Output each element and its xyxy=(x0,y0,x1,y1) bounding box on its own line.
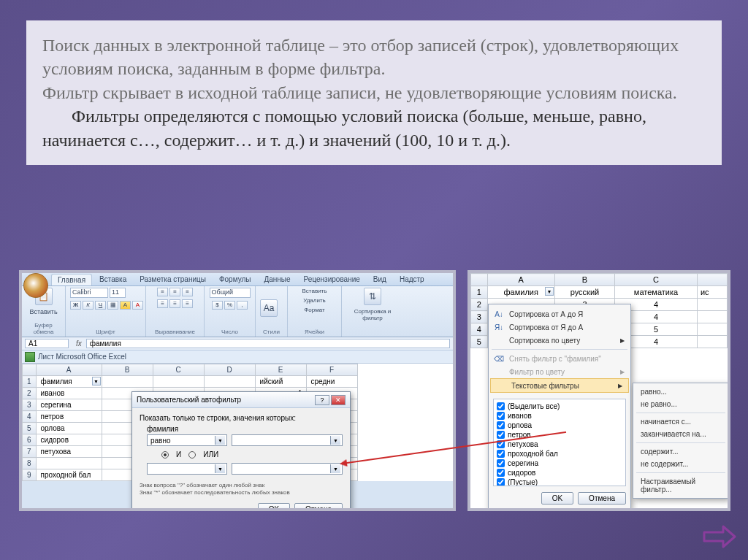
row-1[interactable]: 1 xyxy=(23,376,37,388)
help-button[interactable]: ? xyxy=(315,395,329,405)
value2-combo[interactable]: ▼ xyxy=(232,463,343,475)
filter-begins-with[interactable]: начинается с... xyxy=(633,415,728,428)
header-russian[interactable]: русский xyxy=(554,286,614,299)
styles-icon[interactable]: Aa xyxy=(260,299,278,317)
filter-ends-with[interactable]: заканчивается на... xyxy=(633,428,728,440)
col-C[interactable]: C xyxy=(153,364,204,376)
filter-custom[interactable]: Настраиваемый фильтр... xyxy=(633,475,728,496)
sort-za[interactable]: Я↓Сортировка от Я до А xyxy=(489,321,630,334)
tab-insert[interactable]: Вставка xyxy=(94,274,132,285)
ok-button[interactable]: OK xyxy=(541,492,573,505)
tab-data[interactable]: Данные xyxy=(258,274,296,285)
value-combo[interactable]: ▼ xyxy=(232,434,343,446)
tab-formulas[interactable]: Формулы xyxy=(213,274,257,285)
tab-review[interactable]: Рецензирование xyxy=(298,274,366,285)
cancel-button[interactable]: Отмена xyxy=(578,492,626,505)
align-bot-button[interactable]: ≡ xyxy=(182,288,193,296)
group-clipboard: Буфер обмена xyxy=(26,322,61,335)
align-left-button[interactable]: ≡ xyxy=(157,299,168,308)
col-D[interactable]: D xyxy=(204,364,255,376)
currency-button[interactable]: $ xyxy=(212,301,223,310)
group-styles: Стили xyxy=(260,329,283,335)
text-filters[interactable]: Текстовые фильтры▶ xyxy=(490,378,629,393)
filter-contains[interactable]: содержит... xyxy=(633,445,728,458)
sort-az[interactable]: A↓Сортировка от А до Я xyxy=(489,307,630,321)
col-D[interactable] xyxy=(697,274,727,286)
dialog-hint: Показать только те строки, значения кото… xyxy=(140,414,343,422)
cell[interactable]: иванов xyxy=(36,388,102,399)
office-button[interactable] xyxy=(23,273,48,298)
border-button[interactable]: ▦ xyxy=(107,301,118,310)
radio-or[interactable] xyxy=(188,451,196,459)
italic-button[interactable]: К xyxy=(83,301,94,310)
align-mid-button[interactable]: ≡ xyxy=(169,288,180,296)
sort-za-icon: Я↓ xyxy=(493,322,505,332)
fill-color-button[interactable]: A xyxy=(120,301,131,310)
number-format-select[interactable]: Общий xyxy=(210,288,251,298)
bold-button[interactable]: Ж xyxy=(70,301,81,310)
delete-cells[interactable]: Удалить xyxy=(303,297,326,304)
name-box[interactable]: A1 xyxy=(25,339,69,348)
col-A[interactable]: A xyxy=(487,274,554,286)
filter-not-contains[interactable]: не содержит... xyxy=(633,458,728,470)
radio-and[interactable] xyxy=(161,451,169,459)
filter-dropdown-icon[interactable]: ▼ xyxy=(92,377,101,386)
tab-home[interactable]: Главная xyxy=(51,274,92,285)
header-col-f[interactable]: средни xyxy=(306,376,357,388)
next-slide-button[interactable] xyxy=(701,523,736,550)
filter-dropdown-icon[interactable]: ▼ xyxy=(545,287,554,296)
tab-view[interactable]: Вид xyxy=(367,274,392,285)
col-B[interactable]: B xyxy=(102,364,153,376)
paragraph-1b: Фильтр скрывает в исходной таблице запис… xyxy=(42,81,706,104)
header-col-e[interactable]: ийский xyxy=(255,376,306,388)
ribbon-tabs: Главная Вставка Разметка страницы Формул… xyxy=(22,273,453,286)
fx-icon[interactable]: fx xyxy=(72,340,86,348)
col-A[interactable]: A xyxy=(36,364,102,376)
comma-button[interactable]: , xyxy=(237,301,248,310)
percent-button[interactable]: % xyxy=(224,301,235,310)
underline-button[interactable]: Ч xyxy=(95,301,106,310)
align-top-button[interactable]: ≡ xyxy=(157,288,168,296)
ok-button[interactable]: OK xyxy=(258,503,290,511)
corner-cell[interactable] xyxy=(471,274,488,286)
font-name-select[interactable]: Calibri xyxy=(70,288,108,298)
tab-layout[interactable]: Разметка страницы xyxy=(134,274,212,285)
sort-by-color[interactable]: Сортировка по цвету▶ xyxy=(489,334,630,347)
group-font: Шрифт xyxy=(70,329,141,335)
header-surname[interactable]: фамилия ▼ xyxy=(36,376,102,388)
chevron-right-icon: ▶ xyxy=(620,337,625,344)
filter-checklist[interactable]: (Выделить все) иванов орлова петров пету… xyxy=(493,399,626,486)
filter-not-equals[interactable]: не равно... xyxy=(633,398,728,410)
chevron-down-icon: ▼ xyxy=(215,436,225,445)
tip-question: Знак вопроса "?" обозначает один любой з… xyxy=(140,482,343,489)
header-trunc[interactable]: ис xyxy=(697,286,727,299)
operator-combo[interactable]: равно▼ xyxy=(147,434,227,446)
header-math[interactable]: математика xyxy=(615,286,698,299)
row-1[interactable]: 1 xyxy=(471,286,488,299)
sort-filter-icon[interactable]: ⇅ xyxy=(364,288,381,305)
insert-cells[interactable]: Вставить xyxy=(302,288,327,294)
col-B[interactable]: B xyxy=(554,274,614,286)
corner-cell[interactable] xyxy=(23,364,37,376)
font-size-select[interactable]: 11 xyxy=(110,288,126,298)
filter-menu: A↓Сортировка от А до Я Я↓Сортировка от Я… xyxy=(488,304,631,510)
check-all[interactable] xyxy=(497,402,505,410)
col-C[interactable]: C xyxy=(615,274,698,286)
align-center-button[interactable]: ≡ xyxy=(169,299,180,308)
chevron-down-icon: ▼ xyxy=(215,464,225,473)
group-number: Число xyxy=(209,329,251,335)
excel-left-panel: Главная Вставка Разметка страницы Формул… xyxy=(19,270,456,511)
tab-addins[interactable]: Надстр xyxy=(394,274,430,285)
cancel-button[interactable]: Отмена xyxy=(294,503,343,511)
operator2-combo[interactable]: ▼ xyxy=(147,463,227,475)
autofilter-dialog: Пользовательский автофильтр ? ✕ Показать… xyxy=(131,391,351,511)
col-F[interactable]: F xyxy=(306,364,357,376)
font-color-button[interactable]: A xyxy=(132,301,143,310)
align-right-button[interactable]: ≡ xyxy=(182,299,193,308)
formula-bar[interactable]: фамилия xyxy=(86,339,450,348)
format-cells[interactable]: Формат xyxy=(304,307,324,313)
close-button[interactable]: ✕ xyxy=(331,395,346,405)
col-E[interactable]: E xyxy=(255,364,306,376)
filter-equals[interactable]: равно... xyxy=(633,386,728,398)
header-surname[interactable]: фамилия ▼ xyxy=(487,286,554,299)
